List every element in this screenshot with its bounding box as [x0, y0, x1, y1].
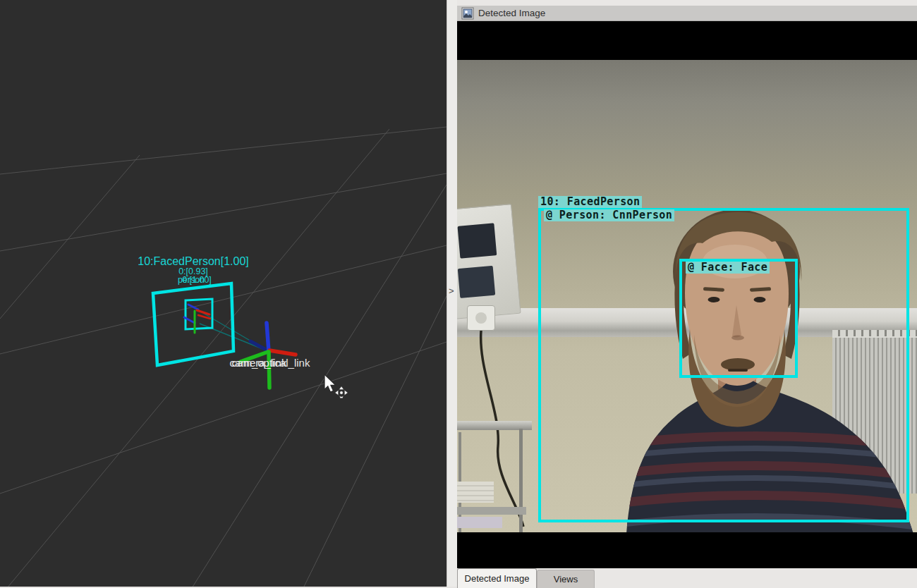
detected-image-view: 10: FacedPerson @ Person: CnnPerson @ Fa…: [457, 21, 917, 568]
mouse-cursor-icon: [324, 374, 336, 392]
marker-label-score2: 0:[1.00]: [182, 275, 212, 285]
collapse-chevron-icon[interactable]: >: [449, 286, 454, 296]
3d-scene: [0, 0, 447, 588]
panel-titlebar[interactable]: Detected Image: [457, 6, 917, 21]
grid-lines: [0, 127, 447, 588]
person-class-label: @ Person: CnnPerson: [544, 209, 674, 221]
panel-top-margin: [457, 0, 917, 6]
image-panel-icon: [461, 7, 474, 20]
camera-photo: 10: FacedPerson @ Person: CnnPerson @ Fa…: [457, 60, 917, 532]
tab-detected-image[interactable]: Detected Image: [457, 568, 537, 588]
person-id-label: 10: FacedPerson: [538, 196, 642, 208]
frame-label-cam-optical-link: cam_optical_link: [232, 357, 310, 369]
3d-viewport[interactable]: 10:FacedPerson[1.00] 0:[0.93] person 0:[…: [0, 0, 447, 588]
camera-tf-axes: [241, 323, 296, 388]
face-class-label: @ Face: Face: [686, 262, 770, 274]
move-camera-icon: [335, 386, 348, 398]
panel-title: Detected Image: [478, 8, 545, 18]
panel-tabbar: Detected Image Views: [457, 568, 917, 588]
tab-views[interactable]: Views: [537, 570, 595, 588]
panel-splitter[interactable]: >: [447, 0, 457, 588]
face-bounding-box: [679, 259, 798, 378]
